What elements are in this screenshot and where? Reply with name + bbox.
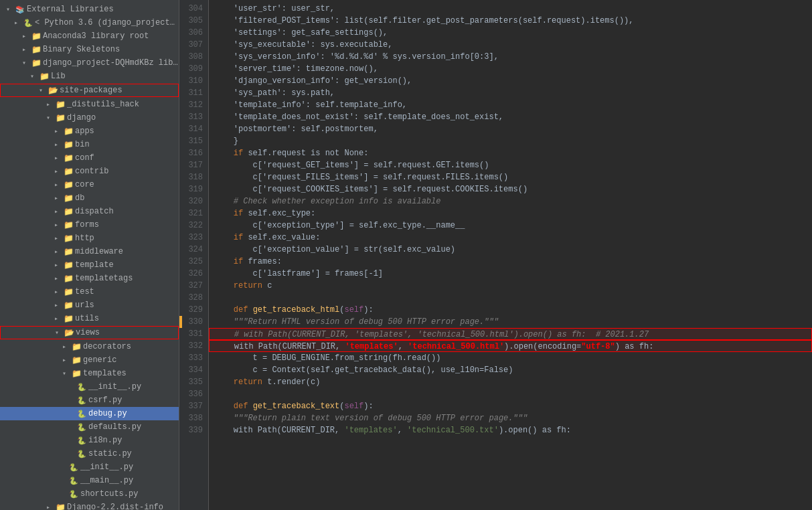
tree-item-templates[interactable]: ▾📁templates <box>0 367 179 380</box>
tree-item-label: static.py <box>88 449 179 458</box>
code-line: 'settings': get_safe_settings(), <box>209 27 812 39</box>
arrow-icon: ▸ <box>51 193 62 203</box>
tree-item-site-packages[interactable]: ▾📂site-packages <box>0 84 179 97</box>
arrow-icon: ▸ <box>59 341 70 352</box>
folder-icon: 📂 <box>48 85 58 96</box>
tree-item-defaults-py[interactable]: 🐍defaults.py <box>0 420 179 434</box>
tree-item-django[interactable]: ▾📁django <box>0 111 179 124</box>
folder-icon: 📁 <box>63 300 74 311</box>
line-number: 322 <box>182 220 203 232</box>
tree-item-conf[interactable]: ▸📁conf <box>0 151 179 165</box>
tree-item-contrib[interactable]: ▸📁contrib <box>0 165 179 178</box>
file-tree-sidebar[interactable]: ▾📚External Libraries▸🐍< Python 3.6 (djan… <box>0 0 179 510</box>
tree-item-label: site-packages <box>60 86 178 95</box>
tree-item-i18n-py[interactable]: 🐍i18n.py <box>0 434 179 447</box>
python-icon: 🐍 <box>23 17 33 28</box>
tree-item-label: defaults.py <box>88 422 179 432</box>
tree-item-anaconda3[interactable]: ▸📁Anaconda3 library root <box>0 29 179 43</box>
folder-icon: 📁 <box>31 44 42 55</box>
tree-item-init2-py[interactable]: 🐍__init__.py <box>0 460 179 474</box>
code-line: with Path(CURRENT_DIR, 'templates', 'tec… <box>209 340 812 352</box>
tree-item-label: Django-2.2.dist-info <box>67 503 179 510</box>
tree-item-label: templatetags <box>75 274 179 283</box>
tree-item-label: http <box>75 234 179 243</box>
arrow-icon <box>67 435 75 446</box>
tree-item-label: < Python 3.6 (django_project-DQHr... <box>35 18 179 27</box>
tree-item-utils[interactable]: ▸📁utils <box>0 312 179 325</box>
tree-item-label: Lib <box>51 72 179 81</box>
tree-item-lib[interactable]: ▾📁Lib <box>0 70 179 83</box>
python-file-icon: 🐍 <box>68 475 79 486</box>
code-container: 3043053063073083093103113123133143153163… <box>179 0 812 510</box>
arrow-icon: ▸ <box>11 17 21 28</box>
tree-item-test[interactable]: ▸📁test <box>0 285 179 299</box>
arrow-icon: ▾ <box>35 85 46 96</box>
tree-item-label: forms <box>75 220 179 230</box>
arrow-icon: ▸ <box>51 260 62 270</box>
code-line: with Path(CURRENT_DIR, 'templates', 'tec… <box>209 424 812 436</box>
arrow-icon: ▾ <box>27 71 37 82</box>
code-line: # with Path(CURRENT_DIR, 'templates', 't… <box>209 328 812 340</box>
tree-item-static-py[interactable]: 🐍static.py <box>0 447 179 460</box>
arrow-icon: ▸ <box>51 246 62 257</box>
folder-icon: 📁 <box>71 355 82 365</box>
code-line: if self.request is not None: <box>209 147 812 159</box>
line-number: 307 <box>182 39 203 51</box>
tree-item-core[interactable]: ▸📁core <box>0 178 179 191</box>
code-line: 'sys_path': sys.path, <box>209 87 812 99</box>
arrow-icon: ▾ <box>3 4 13 15</box>
arrow-icon: ▸ <box>51 166 62 177</box>
tree-item-urls[interactable]: ▸📁urls <box>0 299 179 312</box>
code-line: 'sys_executable': sys.executable, <box>209 39 812 51</box>
arrow-icon: ▸ <box>51 233 62 244</box>
tree-item-db[interactable]: ▸📁db <box>0 191 179 205</box>
code-content: 'user_str': user_str, 'filtered_POST_ite… <box>209 0 812 510</box>
tree-item-external-libraries[interactable]: ▾📚External Libraries <box>0 3 179 16</box>
folder-icon: 📁 <box>39 71 50 82</box>
tree-item-bin[interactable]: ▸📁bin <box>0 138 179 151</box>
tree-item-python36[interactable]: ▸🐍< Python 3.6 (django_project-DQHr... <box>0 16 179 29</box>
code-line <box>209 292 812 304</box>
tree-item-binary-skeletons[interactable]: ▸📁Binary Skeletons <box>0 43 179 56</box>
tree-item-views[interactable]: ▾📂views <box>0 326 179 339</box>
line-numbers: 3043053063073083093103113123133143153163… <box>179 0 209 510</box>
tree-item-decorators[interactable]: ▸📁decorators <box>0 340 179 353</box>
tree-item-label: db <box>75 193 179 203</box>
folder-icon: 📁 <box>63 286 74 297</box>
tree-item-main-py[interactable]: 🐍__main__.py <box>0 474 179 487</box>
tree-item-label: debug.py <box>88 409 179 418</box>
arrow-icon: ▸ <box>51 286 62 297</box>
tree-item-init-py[interactable]: 🐍__init__.py <box>0 380 179 394</box>
tree-item-distutils-hack[interactable]: ▸📁_distutils_hack <box>0 98 179 111</box>
tree-item-label: Binary Skeletons <box>43 45 179 54</box>
tree-item-label: django_project-DQHmdKBz libr... <box>43 58 179 68</box>
code-line: 'user_str': user_str, <box>209 3 812 15</box>
line-number: 321 <box>182 207 203 220</box>
tree-item-templatetags[interactable]: ▸📁templatetags <box>0 272 179 285</box>
tree-item-http[interactable]: ▸📁http <box>0 232 179 245</box>
folder-icon: 📁 <box>63 153 74 163</box>
tree-item-forms[interactable]: ▸📁forms <box>0 218 179 232</box>
tree-item-django22-dist[interactable]: ▸📁Django-2.2.dist-info <box>0 501 179 510</box>
arrow-icon: ▸ <box>43 99 54 110</box>
folder-icon: 📁 <box>63 126 74 137</box>
tree-item-template[interactable]: ▸📁template <box>0 258 179 272</box>
tree-item-shortcuts-py[interactable]: 🐍shortcuts.py <box>0 487 179 501</box>
code-line: c['exception_type'] = self.exc_type.__na… <box>209 220 812 232</box>
folder-icon: 📁 <box>63 260 74 270</box>
tree-item-generic[interactable]: ▸📁generic <box>0 353 179 367</box>
tree-item-debug-py[interactable]: 🐍debug.py <box>0 407 179 420</box>
python-file-icon: 🐍 <box>76 435 87 446</box>
line-number: 337 <box>182 400 203 412</box>
tree-item-apps[interactable]: ▸📁apps <box>0 124 179 138</box>
code-line: return c <box>209 280 812 292</box>
code-line: # Check whether exception info is availa… <box>209 195 812 207</box>
arrow-icon <box>59 489 67 499</box>
tree-item-label: utils <box>75 314 179 323</box>
line-number: 310 <box>182 75 203 87</box>
tree-item-dispatch[interactable]: ▸📁dispatch <box>0 205 179 218</box>
folder-icon: 📁 <box>55 99 66 110</box>
tree-item-csrf-py[interactable]: 🐍csrf.py <box>0 394 179 407</box>
tree-item-middleware[interactable]: ▸📁middleware <box>0 245 179 258</box>
tree-item-django-project-lib[interactable]: ▾📁django_project-DQHmdKBz libr... <box>0 56 179 70</box>
